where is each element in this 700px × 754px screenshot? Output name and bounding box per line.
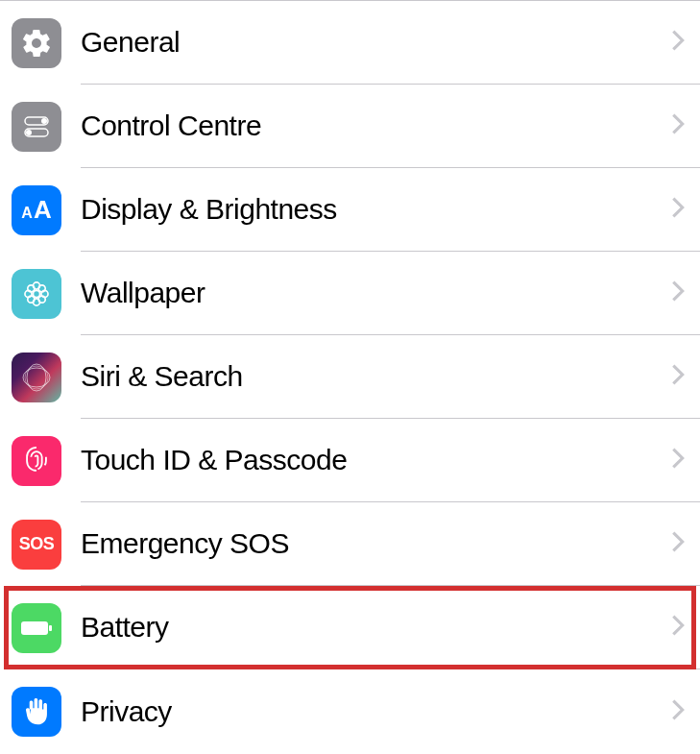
settings-row-sos[interactable]: SOS Emergency SOS	[0, 502, 700, 586]
settings-row-display[interactable]: AA Display & Brightness	[0, 168, 700, 252]
text-size-icon: AA	[12, 185, 61, 235]
svg-point-15	[25, 366, 48, 389]
fingerprint-icon	[12, 436, 61, 486]
settings-row-wallpaper[interactable]: Wallpaper	[0, 252, 700, 335]
settings-row-general[interactable]: General	[0, 1, 700, 85]
settings-row-label: Privacy	[81, 695, 671, 728]
chevron-right-icon	[671, 528, 685, 559]
svg-point-1	[41, 118, 47, 124]
hand-icon	[12, 687, 61, 737]
svg-point-3	[26, 130, 32, 135]
switches-icon	[12, 102, 61, 152]
chevron-right-icon	[671, 612, 685, 643]
siri-icon	[12, 353, 61, 402]
settings-row-label: Touch ID & Passcode	[81, 444, 671, 476]
settings-row-siri[interactable]: Siri & Search	[0, 335, 700, 419]
settings-row-label: General	[81, 26, 671, 59]
chevron-right-icon	[671, 110, 685, 141]
flower-icon	[12, 269, 61, 319]
settings-row-touchid[interactable]: Touch ID & Passcode	[0, 419, 700, 502]
settings-row-label: Wallpaper	[81, 277, 671, 309]
gear-icon	[12, 18, 61, 68]
settings-row-label: Display & Brightness	[81, 193, 671, 226]
settings-row-control-centre[interactable]: Control Centre	[0, 85, 700, 168]
chevron-right-icon	[671, 445, 685, 475]
settings-row-privacy[interactable]: Privacy	[0, 669, 700, 753]
svg-rect-16	[21, 621, 48, 635]
chevron-right-icon	[671, 194, 685, 225]
sos-icon: SOS	[12, 520, 61, 570]
svg-point-4	[33, 290, 39, 297]
battery-icon	[12, 603, 61, 653]
chevron-right-icon	[671, 27, 685, 58]
settings-row-label: Control Centre	[81, 109, 671, 142]
chevron-right-icon	[671, 361, 685, 392]
svg-rect-17	[49, 625, 52, 631]
chevron-right-icon	[671, 278, 685, 308]
settings-row-label: Battery	[81, 611, 671, 644]
chevron-right-icon	[671, 696, 685, 727]
settings-row-label: Siri & Search	[81, 360, 671, 393]
settings-list: General Control Centre AA Displa	[0, 0, 700, 753]
settings-row-battery[interactable]: Battery	[0, 586, 700, 669]
settings-row-label: Emergency SOS	[81, 527, 671, 560]
